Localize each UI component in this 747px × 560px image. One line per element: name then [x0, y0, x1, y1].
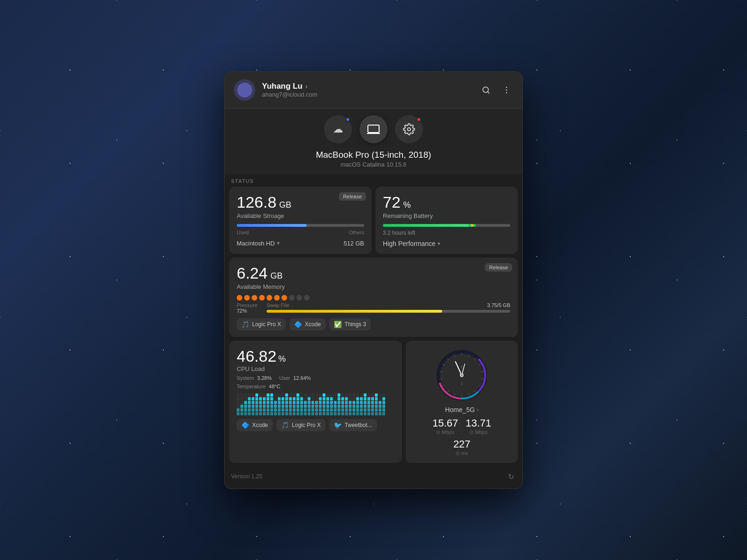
cpu-bar-segment [274, 401, 277, 404]
cpu-bar-segment [289, 393, 292, 397]
battery-card: 72 % Remaining Battery ⚡ 3.2 hours left … [375, 187, 518, 254]
avatar [234, 79, 255, 101]
ping-unit: ms [461, 450, 468, 456]
tab-cloud[interactable]: ☁ [324, 115, 352, 143]
cpu-bar-segment [240, 397, 243, 400]
svg-point-3 [506, 89, 507, 91]
memory-app-logic-label: Logic Pro X [252, 321, 281, 328]
memory-app-tags: 🎵 Logic Pro X 🔷 Xcode ✅ Things 3 [237, 318, 510, 330]
cpu-temp-val: 48°C [269, 384, 281, 389]
storage-card: Release 126.8 GB Available Stroage Used … [229, 187, 372, 254]
dot-3 [252, 295, 257, 301]
cpu-bars [237, 392, 395, 415]
cpu-bar-segment [237, 405, 240, 408]
cpu-app-xcode[interactable]: 🔷 Xcode [237, 419, 273, 431]
cpu-bar-segment [364, 397, 366, 400]
cpu-bar-segment [296, 397, 299, 400]
swap-label: Swap File [267, 302, 289, 308]
cpu-bar-segment [244, 412, 247, 415]
cpu-detail-system: System 3.28% [237, 375, 272, 381]
cpu-temp-row: Temperature 48°C [237, 384, 395, 389]
storage-used-label: Used [237, 230, 249, 235]
cpu-bar-col [263, 393, 266, 415]
cpu-bar-col [315, 393, 318, 415]
cpu-bar-segment [289, 397, 292, 400]
network-ssid: Home_5G › [445, 406, 479, 413]
cpu-bar-segment [259, 397, 262, 400]
cpu-bar-segment [338, 401, 340, 404]
cpu-bar-col [274, 393, 277, 415]
cpu-bar-segment [326, 408, 329, 412]
refresh-button[interactable]: ↻ [506, 470, 516, 483]
cpu-bar-segment [296, 405, 299, 408]
tab-laptop[interactable] [359, 115, 388, 143]
cpu-bar-segment [300, 412, 303, 415]
cpu-bar-col [371, 393, 374, 415]
cpu-bar-segment [352, 401, 355, 404]
cpu-app-tweetbot[interactable]: 🐦 Tweetbot... [329, 419, 377, 431]
memory-release-button[interactable]: Release [485, 263, 512, 272]
cpu-app-logic[interactable]: 🎵 Logic Pro X [276, 419, 325, 431]
cpu-bar-col [326, 393, 329, 415]
memory-value-row: 6.24 GB [237, 264, 510, 282]
cpu-bar-segment [319, 401, 322, 404]
cpu-bar-segment [338, 412, 340, 415]
cpu-bar-segment [371, 412, 374, 415]
cpu-bar-segment [259, 405, 262, 408]
cpu-bar-segment [285, 412, 288, 415]
cpu-temp-key: Temperature [237, 384, 266, 389]
cpu-bar-segment [304, 405, 307, 408]
cpu-bar-segment [330, 408, 333, 412]
cpu-bar-segment [338, 397, 340, 400]
cpu-bar-segment [259, 408, 262, 412]
header-right [479, 84, 513, 97]
cpu-bar-segment [278, 393, 281, 397]
cpu-bar-segment [240, 408, 243, 412]
cpu-bar-segment [326, 397, 329, 400]
device-info: MacBook Pro (15-inch, 2018) macOS Catali… [225, 148, 522, 175]
memory-app-logic[interactable]: 🎵 Logic Pro X [237, 318, 286, 330]
cpu-bar-segment [240, 401, 243, 404]
svg-text:↓: ↓ [461, 380, 463, 385]
cpu-bar-segment [278, 401, 281, 404]
chevron-icon: › [305, 83, 308, 90]
cpu-bar-segment [371, 397, 374, 400]
cpu-bar-segment [315, 393, 318, 397]
network-ping: 227 ⊙ ms [453, 438, 471, 456]
memory-pressure-dots [237, 295, 510, 301]
cpu-bar-segment [341, 401, 344, 404]
cpu-bar-segment [259, 393, 262, 397]
swap-section: Swap File 3.75/5 GB [267, 302, 510, 314]
memory-app-xcode[interactable]: 🔷 Xcode [289, 318, 325, 330]
speedometer: ↑ ↓ [434, 347, 490, 403]
memory-value: 6.24 [237, 264, 268, 282]
cpu-bar-segment [379, 393, 381, 397]
cpu-bar-segment [248, 405, 251, 408]
memory-unit: GB [270, 271, 282, 281]
download-val: 15.67 [432, 417, 458, 429]
cpu-bar-col [300, 393, 303, 415]
cpu-bar-segment [326, 401, 329, 404]
cpu-bar-segment [345, 397, 348, 400]
cpu-bar-segment [304, 393, 307, 397]
cpu-bar-segment [375, 405, 378, 408]
cpu-bar-segment [367, 405, 370, 408]
cpu-logic-icon: 🎵 [281, 421, 289, 429]
svg-point-4 [506, 92, 507, 93]
svg-rect-5 [368, 125, 379, 133]
cpu-bar-segment [278, 397, 281, 400]
cpu-bar-col [259, 393, 262, 415]
cpu-bar-segment [311, 408, 314, 412]
cpu-bar-segment [360, 405, 363, 408]
cpu-bar-col [278, 393, 281, 415]
cpu-bar-segment [237, 412, 240, 415]
search-button[interactable] [479, 84, 493, 97]
cpu-bar-segment [252, 393, 254, 397]
tab-settings[interactable] [395, 115, 423, 143]
cpu-bar-col [304, 393, 307, 415]
cpu-bar-segment [360, 397, 363, 400]
cpu-bar-segment [237, 401, 240, 404]
more-button[interactable] [500, 84, 513, 97]
storage-release-button[interactable]: Release [339, 192, 366, 201]
memory-app-things[interactable]: ✅ Things 3 [329, 318, 371, 330]
